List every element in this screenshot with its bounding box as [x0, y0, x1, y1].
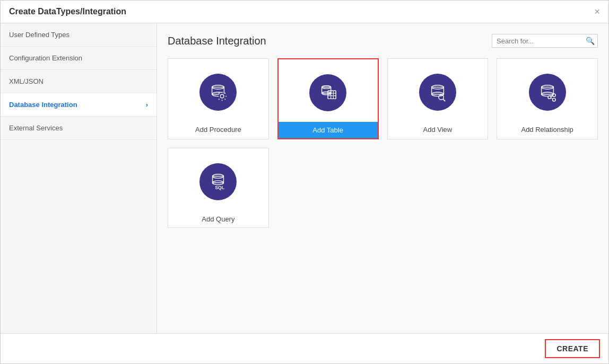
search-box: 🔍 — [492, 34, 598, 48]
chevron-right-icon: › — [146, 101, 148, 109]
svg-line-12 — [225, 93, 225, 93]
card-icon-area-query: SQL — [168, 148, 268, 211]
svg-line-11 — [219, 99, 220, 100]
card-add-relationship[interactable]: Add Relationship — [497, 58, 598, 139]
card-icon-area-view — [388, 59, 488, 121]
dialog-footer: CREATE — [1, 333, 608, 363]
card-icon-area-procedure — [168, 59, 268, 121]
sidebar: User Defined Types Configuration Extensi… — [1, 23, 157, 333]
sidebar-label-xml-json: XML/JSON — [9, 77, 44, 85]
sidebar-label-user-defined-types: User Defined Types — [9, 31, 69, 39]
dialog-title: Create DataTypes/Integration — [9, 7, 126, 16]
card-add-query[interactable]: SQL Add Query — [168, 148, 269, 228]
card-label-query: Add Query — [168, 211, 268, 227]
search-icon: 🔍 — [586, 37, 595, 45]
card-label-relationship: Add Relationship — [497, 121, 597, 138]
relationship-icon-circle — [529, 74, 566, 111]
create-button[interactable]: CREATE — [545, 339, 600, 358]
main-content: Database Integration 🔍 — [157, 23, 608, 333]
svg-rect-35 — [213, 176, 224, 183]
content-title: Database Integration — [168, 35, 266, 47]
sidebar-item-user-defined-types[interactable]: User Defined Types — [1, 23, 156, 47]
svg-line-9 — [219, 93, 220, 93]
sidebar-label-external-services: External Services — [9, 124, 63, 132]
svg-line-10 — [225, 99, 225, 100]
sidebar-item-database-integration[interactable]: Database Integration › — [1, 93, 156, 117]
dialog-header: Create DataTypes/Integration × — [1, 1, 608, 23]
svg-line-33 — [551, 97, 552, 99]
card-add-table[interactable]: Add Table — [277, 58, 379, 139]
card-icon-area-table — [279, 59, 378, 122]
view-icon-circle — [419, 74, 456, 111]
content-header: Database Integration 🔍 — [168, 34, 598, 48]
query-icon-circle: SQL — [199, 163, 237, 200]
svg-point-31 — [552, 98, 555, 101]
procedure-icon-circle — [199, 74, 237, 111]
search-input[interactable] — [497, 37, 586, 45]
sidebar-item-xml-json[interactable]: XML/JSON — [1, 70, 156, 93]
card-label-procedure: Add Procedure — [168, 121, 268, 138]
card-label-view: Add View — [388, 121, 488, 138]
table-icon-circle — [309, 74, 346, 111]
card-label-table: Add Table — [279, 122, 378, 138]
svg-text:SQL: SQL — [215, 185, 225, 190]
sidebar-item-external-services[interactable]: External Services — [1, 117, 156, 140]
dialog-body: User Defined Types Configuration Extensi… — [1, 23, 608, 333]
main-dialog: Create DataTypes/Integration × User Defi… — [0, 0, 609, 364]
card-add-procedure[interactable]: Add Procedure — [168, 58, 269, 139]
cards-grid-row2: SQL Add Query — [168, 148, 598, 228]
svg-line-25 — [443, 99, 445, 101]
card-add-view[interactable]: Add View — [387, 58, 489, 139]
sidebar-item-configuration-extension[interactable]: Configuration Extension — [1, 47, 156, 70]
sidebar-label-database-integration: Database Integration — [9, 101, 77, 109]
close-button[interactable]: × — [594, 7, 600, 16]
svg-point-3 — [219, 93, 225, 100]
sidebar-label-configuration-extension: Configuration Extension — [9, 54, 82, 62]
card-icon-area-relationship — [497, 59, 597, 121]
cards-grid-row1: Add Procedure — [168, 58, 598, 139]
